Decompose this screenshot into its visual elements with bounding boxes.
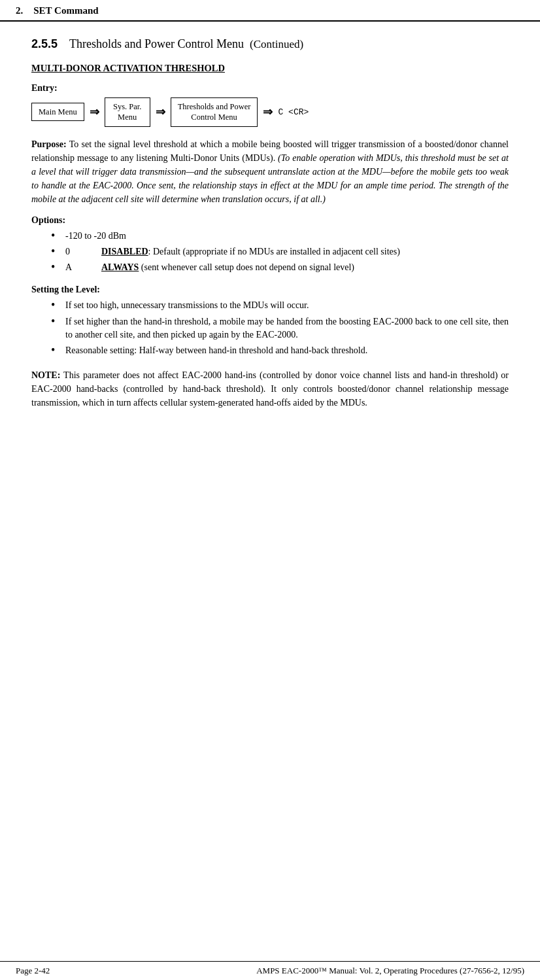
setting-item-3: • Reasonable setting: Half-way between h… [51, 344, 509, 357]
section-number: 2.5.5 [31, 37, 58, 51]
page-content: 2.5.5 Thresholds and Power Control Menu … [0, 22, 540, 434]
bullet-2: • [51, 245, 65, 258]
flow-box-thresholds: Thresholds and Power Control Menu [171, 97, 258, 127]
note-label: NOTE: [31, 370, 60, 380]
setting-bullet-2: • [51, 315, 65, 342]
section-title-text: Thresholds and Power Control Menu [69, 37, 244, 50]
section-title: Thresholds and Power Control Menu (Conti… [69, 37, 303, 51]
header-section-title: SET Command [33, 5, 98, 16]
footer-left: Page 2-42 [16, 966, 50, 976]
entry-section: Entry: Main Menu ⇒ Sys. Par. Menu ⇒ Thre… [31, 83, 509, 127]
options-label: Options: [31, 215, 509, 226]
setting-desc-1: If set too high, unnecessary transmissio… [65, 299, 509, 312]
setting-bullet-3: • [51, 344, 65, 357]
flow-diagram: Main Menu ⇒ Sys. Par. Menu ⇒ Thresholds … [31, 97, 509, 127]
flow-box-sys-par: Sys. Par. Menu [105, 97, 150, 127]
flow-final: C <CR> [278, 107, 309, 117]
setting-desc-3: Reasonable setting: Half-way between han… [65, 344, 509, 357]
header-section-number: 2. [16, 5, 23, 16]
bullet-1: • [51, 230, 65, 243]
entry-label: Entry: [31, 83, 509, 94]
options-section: Options: • -120 to -20 dBm • 0 DISABLED:… [31, 215, 509, 275]
option-item-3: • A ALWAYS (sent whenever call setup doe… [51, 261, 509, 274]
setting-item-1: • If set too high, unnecessary transmiss… [51, 299, 509, 312]
footer-right: AMPS EAC-2000™ Manual: Vol. 2, Operating… [256, 966, 524, 976]
page-footer: Page 2-42 AMPS EAC-2000™ Manual: Vol. 2,… [0, 961, 540, 980]
subsection-title: MULTI-DONOR ACTIVATION THRESHOLD [31, 63, 509, 74]
setting-label: Setting the Level: [31, 285, 509, 295]
page-header: 2. SET Command [0, 0, 540, 22]
option-key-2: 0 [65, 245, 101, 258]
setting-bullet-1: • [51, 299, 65, 312]
note-text: This parameter does not affect EAC-2000 … [31, 370, 509, 408]
flow-box-main-menu: Main Menu [31, 103, 84, 121]
section-continued: (Continued) [250, 38, 303, 50]
bullet-3: • [51, 261, 65, 274]
option-desc-1: -120 to -20 dBm [65, 230, 509, 243]
option-key-3: A [65, 261, 101, 274]
purpose-paragraph: Purpose: To set the signal level thresho… [31, 137, 509, 206]
note-paragraph: NOTE: This parameter does not affect EAC… [31, 368, 509, 410]
flow-arrow-2: ⇒ [156, 105, 165, 119]
purpose-label: Purpose: [31, 139, 67, 149]
setting-item-2: • If set higher than the hand-in thresho… [51, 315, 509, 342]
option-desc-2: DISABLED: Default (appropriate if no MDU… [101, 245, 509, 258]
option-item-2: • 0 DISABLED: Default (appropriate if no… [51, 245, 509, 258]
flow-arrow-1: ⇒ [90, 105, 99, 119]
flow-arrow-3: ⇒ [263, 105, 273, 119]
option-desc-3: ALWAYS (sent whenever call setup does no… [101, 261, 509, 274]
setting-section: Setting the Level: • If set too high, un… [31, 285, 509, 357]
setting-desc-2: If set higher than the hand-in threshold… [65, 315, 509, 342]
section-heading: 2.5.5 Thresholds and Power Control Menu … [31, 37, 509, 51]
option-item-1: • -120 to -20 dBm [51, 230, 509, 243]
